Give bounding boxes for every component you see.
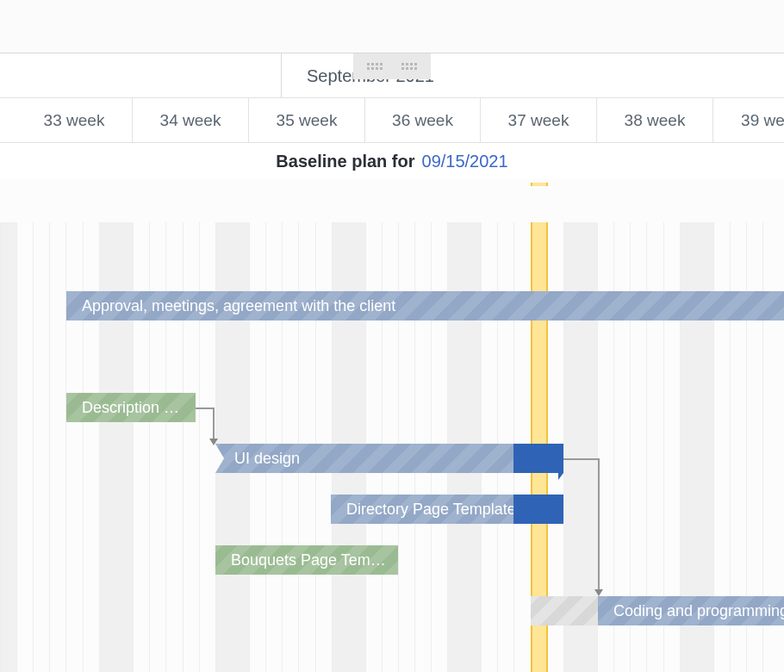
task-label: UI design <box>234 450 300 468</box>
task-label: Coding and programming <box>613 602 784 620</box>
month-divider <box>281 53 282 97</box>
bar-start-notch <box>215 444 224 473</box>
week-column[interactable]: 36 week <box>365 98 481 143</box>
task-label: Approval, meetings, agreement with the c… <box>82 297 395 315</box>
task-bar-directory[interactable]: Directory Page Template <box>331 495 513 524</box>
week-column[interactable]: 35 week <box>249 98 365 143</box>
week-label: 38 week <box>625 111 686 130</box>
baseline-date[interactable]: 09/15/2021 <box>422 152 508 171</box>
week-column[interactable]: 34 week <box>133 98 249 143</box>
task-bar-extension[interactable] <box>513 495 563 524</box>
task-bar-ui-design[interactable]: UI design <box>215 444 513 473</box>
grip-icon <box>401 63 417 70</box>
task-label: Bouquets Page Tem… <box>231 551 386 569</box>
week-label: 36 week <box>392 111 453 130</box>
grip-icon <box>367 63 383 70</box>
task-bar-bouquets[interactable]: Bouquets Page Tem… <box>215 545 398 575</box>
dependency-line <box>563 458 598 460</box>
task-label: Description … <box>82 399 179 417</box>
week-column[interactable]: 33 week <box>16 98 133 143</box>
bar-end-flag <box>558 473 563 480</box>
dependency-line <box>213 408 215 439</box>
toolbar <box>0 0 784 53</box>
task-label: Directory Page Template <box>346 501 513 519</box>
task-bar-coding[interactable]: Coding and programming <box>598 596 784 625</box>
today-marker-top <box>531 183 548 186</box>
gantt-chart[interactable]: Approval, meetings, agreement with the c… <box>0 222 784 672</box>
task-bar-extension[interactable] <box>513 444 563 473</box>
week-label: 39 week <box>741 111 784 130</box>
panel-resize-handle[interactable] <box>353 53 431 79</box>
week-label: 37 week <box>508 111 569 130</box>
dependency-line <box>196 408 213 409</box>
week-column[interactable]: 39 week <box>713 98 784 143</box>
week-column[interactable]: 37 week <box>481 98 597 143</box>
dependency-line <box>598 458 600 589</box>
arrowhead-down-icon <box>594 589 603 596</box>
task-bar-placeholder[interactable] <box>531 596 598 625</box>
task-bar-approval[interactable]: Approval, meetings, agreement with the c… <box>66 291 784 320</box>
task-bar-description[interactable]: Description … <box>66 393 196 422</box>
week-column[interactable]: 38 week <box>597 98 713 143</box>
timeline-week-header: 33 week 34 week 35 week 36 week 37 week … <box>0 98 784 143</box>
baseline-prefix: Baseline plan for <box>276 152 414 171</box>
baseline-title: Baseline plan for 09/15/2021 <box>0 143 784 179</box>
week-label: 33 week <box>44 111 105 130</box>
week-label: 34 week <box>160 111 221 130</box>
week-label: 35 week <box>277 111 338 130</box>
